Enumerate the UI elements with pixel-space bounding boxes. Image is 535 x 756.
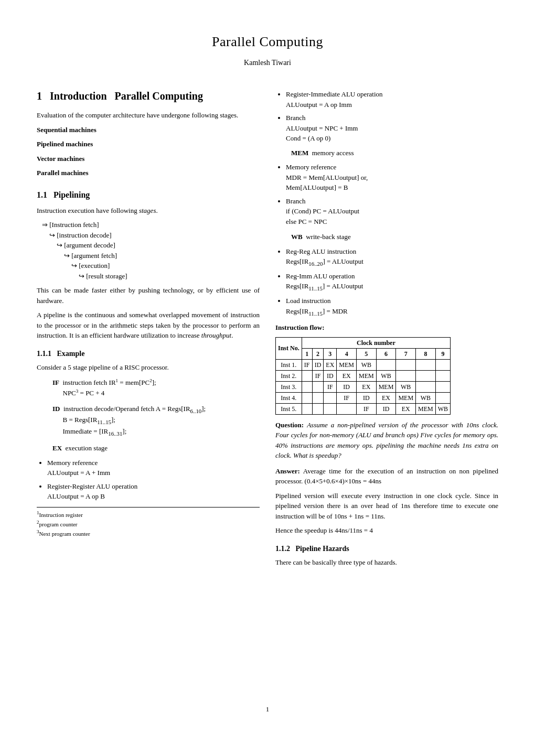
example-intro: Consider a 5 stage pipeline of a RISC pr… <box>37 362 260 373</box>
id-block: ID instruction decode/Operand fetch A = … <box>37 404 260 438</box>
ex-bullet-right-1: Register-Immediate ALU operationALUoutpu… <box>286 89 498 110</box>
inst2-c9 <box>435 370 450 381</box>
inst2-c7 <box>396 370 416 381</box>
col-6: 6 <box>376 348 396 359</box>
wb-content: WB write-back stage <box>291 232 498 242</box>
inst1-name: Inst 1. <box>276 359 302 370</box>
inst5-c1 <box>302 403 312 414</box>
question-block: Question: Assume a non-pipelined version… <box>275 420 498 461</box>
subsection-1-1: 1.1 Pipelining <box>37 189 260 201</box>
instruction-table-body: Inst 1. IF ID EX MEM WB Inst 2. <box>276 359 451 414</box>
inst5-c3 <box>324 403 337 414</box>
inst5-c6: ID <box>376 403 396 414</box>
machine-type-3: Vector machines <box>37 154 260 164</box>
machine-types: Sequential machines Pipelined machines V… <box>37 125 260 178</box>
doc-title: Parallel Computing <box>37 31 498 52</box>
ex-label: EX <box>52 444 62 452</box>
wb-bullet-1: Reg-Reg ALU instructionRegs[IR16..20] = … <box>286 246 498 268</box>
ex-bullet-right-2: BranchALUoutput = NPC + ImmCond = (A op … <box>286 113 498 144</box>
inst1-c5: WB <box>357 359 377 370</box>
answer-block: Answer: Average time for the execution o… <box>275 466 498 536</box>
inst1-c7 <box>396 359 416 370</box>
inst3-c6: MEM <box>376 381 396 392</box>
inst4-c9 <box>435 392 450 403</box>
inst1-c9 <box>435 359 450 370</box>
inst3-c7: WB <box>396 381 416 392</box>
subsubsection-1-1-2: 1.1.2 Pipeline Hazards <box>275 543 498 554</box>
answer-text: Answer: Average time for the execution o… <box>275 466 498 487</box>
id-content: ID instruction decode/Operand fetch A = … <box>52 404 260 438</box>
inst3-c4: ID <box>337 381 357 392</box>
col-9: 9 <box>435 348 450 359</box>
stage-5: ↪ [execution] <box>71 261 260 271</box>
ex-bullet-1: Memory referenceALUoutput = A + Imm <box>47 458 260 478</box>
table-row: Inst 2. IF ID EX MEM WB <box>276 370 451 381</box>
col-5: 5 <box>357 348 377 359</box>
if-content: IF instruction fetch IR1 = mem[PC2]; NPC… <box>52 377 260 398</box>
machine-type-1: Sequential machines <box>37 125 260 135</box>
mem-block: MEM memory access Memory referenceMDR = … <box>275 148 498 227</box>
inst5-c8: MEM <box>416 403 436 414</box>
col-4: 4 <box>337 348 357 359</box>
instruction-table: Inst No. Clock number 1 2 3 4 5 6 7 8 9 <box>275 337 451 415</box>
inst2-c6: WB <box>376 370 396 381</box>
inst4-c5: ID <box>357 392 377 403</box>
col-7: 7 <box>396 348 416 359</box>
question-text: Question: Assume a non-pipelined version… <box>275 420 498 461</box>
ex-bullets: Memory referenceALUoutput = A + Imm Regi… <box>47 458 260 502</box>
stage-1: ⇒ [Instruction fetch] <box>42 220 260 230</box>
inst5-c2 <box>312 403 324 414</box>
stage-2: ↪ [instruction decode] <box>49 230 260 241</box>
inst1-c8 <box>416 359 436 370</box>
footnote-2: 2program counter <box>37 519 260 528</box>
answer-label: Answer: <box>275 467 300 475</box>
inst4-c7: MEM <box>396 392 416 403</box>
inst5-c7: EX <box>396 403 416 414</box>
inst2-c1 <box>302 370 312 381</box>
ex-bullets-right: Register-Immediate ALU operationALUoutpu… <box>286 89 498 144</box>
col-1: 1 <box>302 348 312 359</box>
wb-bullets: Reg-Reg ALU instructionRegs[IR16..20] = … <box>286 246 498 318</box>
inst3-c2 <box>312 381 324 392</box>
machine-type-2: Pipelined machines <box>37 139 260 149</box>
inst1-c2: ID <box>312 359 324 370</box>
col-3: 3 <box>324 348 337 359</box>
col-8: 8 <box>416 348 436 359</box>
table-header-instno: Inst No. <box>276 337 302 359</box>
inst1-c3: EX <box>324 359 337 370</box>
table-row: Inst 4. IF ID EX MEM WB <box>276 392 451 403</box>
inst4-c3 <box>324 392 337 403</box>
footnote-3: 3Next program counter <box>37 528 260 538</box>
mem-bullets: Memory referenceMDR = Mem[ALUoutput] or,… <box>286 162 498 226</box>
pipeline-desc2: A pipeline is the continuous and somewha… <box>37 310 260 341</box>
inst4-c6: EX <box>376 392 396 403</box>
wb-block: WB write-back stage Reg-Reg ALU instruct… <box>275 232 498 317</box>
instruction-flow-label: Instruction flow: <box>275 322 498 333</box>
inst4-c2 <box>312 392 324 403</box>
inst3-c1 <box>302 381 312 392</box>
ex-bullet-2: Register-Register ALU operationALUoutput… <box>47 481 260 502</box>
pipelined-text: Pipelined version will execute every ins… <box>275 491 498 522</box>
inst1-c4: MEM <box>337 359 357 370</box>
stage-3: ↪ [argument decode] <box>57 240 260 251</box>
if-label: IF <box>52 379 59 386</box>
page: Parallel Computing Kamlesh Tiwari 1 Intr… <box>0 0 535 756</box>
speedup-text: Hence the speedup is 44ns/11ns = 4 <box>275 525 498 536</box>
mem-content: MEM memory access <box>291 148 498 158</box>
inst4-c1 <box>302 392 312 403</box>
table-row: Inst 5. IF ID EX MEM WB <box>276 403 451 414</box>
inst4-name: Inst 4. <box>276 392 302 403</box>
table-clock-header: Clock number <box>302 337 450 348</box>
inst1-c1: IF <box>302 359 312 370</box>
right-column: Register-Immediate ALU operationALUoutpu… <box>275 89 498 694</box>
inst5-name: Inst 5. <box>276 403 302 414</box>
inst2-c2: IF <box>312 370 324 381</box>
footnotes: 1Instruction register 2program counter 3… <box>37 507 260 538</box>
footnote-1: 1Instruction register <box>37 510 260 519</box>
pipeline-desc1: This can be made faster either by pushin… <box>37 285 260 306</box>
inst2-name: Inst 2. <box>276 370 302 381</box>
inst5-c4 <box>337 403 357 414</box>
table-row: Inst 3. IF ID EX MEM WB <box>276 381 451 392</box>
doc-author: Kamlesh Tiwari <box>37 57 498 68</box>
inst4-c4: IF <box>337 392 357 403</box>
